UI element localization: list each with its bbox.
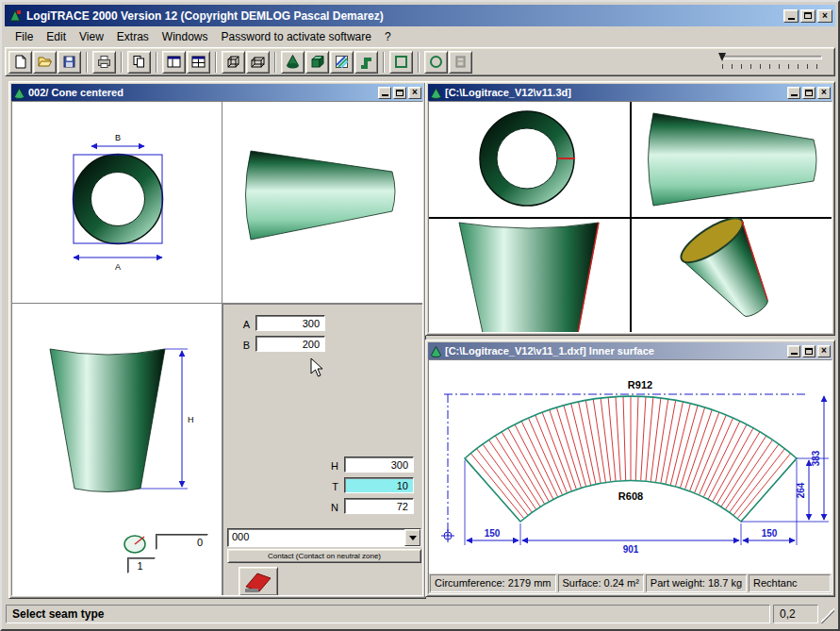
dim-b-label: B [115,133,121,142]
param-t-input[interactable] [344,477,414,493]
minimize-button[interactable] [787,87,800,99]
window-layout-button[interactable] [162,51,186,74]
menu-item-help[interactable]: ? [378,27,398,46]
box-solid-icon [309,54,325,70]
seam-dropdown-value: 000 [228,529,404,546]
right-offset-dim: 150 [762,528,778,539]
close-button[interactable]: × [817,9,832,23]
outer-radius-label: R912 [628,379,652,390]
box-view-button[interactable] [246,51,270,74]
dxf-window-body[interactable]: R912 R608 383 264 150 [428,359,832,594]
maximize-button[interactable] [802,87,815,99]
quantity-input[interactable] [127,557,156,573]
dim-h-label: H [188,415,194,424]
cone-window-titlebar[interactable]: 002/ Cone centered × [11,84,423,101]
new-document-icon [12,54,28,70]
dxf-window-titlebar[interactable]: [C:\Logitrace_V12\v11_1.dxf] Inner surfa… [428,342,832,359]
parameter-panel: A B H T N 000 [222,304,423,596]
view3d-quadrants-drawing [429,102,832,333]
toolbar-separator [156,52,157,73]
slider-track[interactable] [720,56,822,59]
cone-top-view[interactable]: B A [12,102,222,303]
app-title: LogiTRACE 2000 Version 12 (Copyright DEM… [26,9,384,23]
view3d-window-icon [430,87,442,99]
param-n-input[interactable] [344,498,414,514]
branch-pipe-icon [358,54,374,70]
mdi-area: 002/ Cone centered × B [5,77,835,603]
print-button[interactable] [92,51,116,74]
menu-item-edit[interactable]: Edit [40,27,73,46]
copy-button[interactable] [127,51,151,74]
outer-height-dim: 383 [811,450,821,466]
save-icon [61,54,77,70]
param-h-label: H [325,460,338,472]
close-button[interactable]: × [817,87,831,99]
param-h-input[interactable] [344,457,414,473]
slider-thumb[interactable] [718,53,726,61]
detail-button[interactable] [449,51,472,74]
param-b-input[interactable] [255,336,325,352]
maximize-button[interactable] [802,345,815,357]
view3d-window-titlebar[interactable]: [C:\Logitrace_V12\v11.3d] × [428,84,832,101]
open-file-button[interactable] [33,51,57,74]
minimize-button[interactable] [378,87,391,99]
surface-value: Surface: 0.24 m² [558,574,644,592]
circle-shape-button[interactable] [424,51,448,74]
slider-ticks [722,64,820,69]
square-outline-icon [393,54,409,70]
maximize-button[interactable] [393,87,406,99]
seam-dropdown[interactable]: 000 [227,528,421,547]
cone-front-view[interactable]: H [12,304,222,596]
minimize-button[interactable] [783,9,799,23]
unfold-drawing: R912 R608 383 264 150 [429,360,832,575]
close-button[interactable]: × [817,345,831,357]
solid-box-button[interactable] [305,51,329,74]
minimize-button[interactable] [787,345,800,357]
part-weight-value: Part weight: 18.7 kg [646,574,747,592]
window-split-button[interactable] [187,51,210,74]
cone-window: 002/ Cone centered × B [8,81,426,599]
menu-item-view[interactable]: View [73,27,110,46]
dxf-window-icon [430,345,442,357]
maximize-button[interactable] [800,9,815,23]
material-stripes-icon [334,54,350,70]
menu-item-windows[interactable]: Windows [156,27,215,46]
seam-type-button[interactable] [239,567,278,596]
cone-3d-view[interactable] [222,102,423,303]
menubar: File Edit View Extras Windows Password t… [5,26,835,47]
solid-cone-button[interactable] [281,51,305,74]
menu-item-file[interactable]: File [8,27,40,46]
angle-input[interactable] [156,534,208,550]
close-button[interactable]: × [408,87,421,99]
toolbar-separator [215,52,217,73]
app-titlebar[interactable]: LogiTRACE 2000 Version 12 (Copyright DEM… [5,5,835,26]
square-shape-button[interactable] [389,51,413,74]
contact-button-label: Contact (Contact on neutral zone) [268,552,381,560]
dxf-status-bar: Circumference: 2179 mm Surface: 0.24 m² … [429,573,832,593]
save-button[interactable] [58,51,81,74]
inner-radius-label: R608 [618,490,643,502]
print-icon [96,54,112,70]
cone-solid-icon [285,54,301,70]
chevron-down-icon[interactable] [404,529,420,546]
menu-item-extras[interactable]: Extras [110,27,156,46]
contact-button[interactable]: Contact (Contact on neutral zone) [227,549,421,563]
param-b-label: B [237,340,250,351]
resize-grip[interactable] [821,605,834,623]
menu-item-password[interactable]: Password to activate software [215,27,378,46]
circumference-value: Circumference: 2179 mm [430,574,556,592]
branch-button[interactable] [354,51,378,74]
window-layout-icon [166,54,182,70]
left-offset-dim: 150 [485,528,501,539]
box-wireframe-icon [250,54,266,70]
cube-view-button[interactable] [222,51,245,74]
window-split-icon [190,54,206,70]
toolbar-separator [274,52,276,73]
zoom-slider[interactable] [713,51,826,74]
material-button[interactable] [330,51,354,74]
param-a-input[interactable] [255,315,325,331]
angle-selector-icon[interactable] [122,532,152,556]
new-document-button[interactable] [8,51,32,74]
view3d-window-body[interactable] [428,101,832,333]
hatch-lines [465,396,797,522]
